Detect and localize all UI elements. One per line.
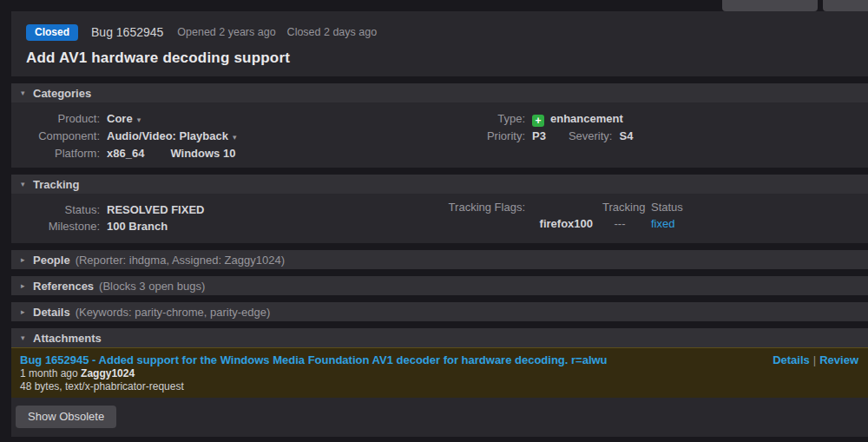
details-header[interactable]: ▸ Details (Keywords: parity-chrome, pari…	[11, 302, 868, 321]
severity-value: S4	[619, 129, 633, 143]
priority-label: Priority:	[425, 129, 525, 143]
page-title: Add AV1 hardware decoding support	[26, 49, 853, 67]
milestone-value: 100 Branch	[107, 220, 168, 234]
top-toolbar	[0, 0, 868, 11]
enhancement-icon: +	[532, 115, 544, 127]
attachments-label: Attachments	[33, 332, 102, 345]
show-obsolete-button[interactable]: Show Obsolete	[16, 406, 116, 428]
priority-severity-row: Priority: P3 Severity: S4	[425, 129, 633, 143]
tracking-flags-table: Tracking Flags: Tracking Status firefox1…	[425, 201, 755, 234]
people-summary: (Reporter: ihdgma, Assigned: Zaggy1024)	[76, 254, 285, 267]
platform-value: x86_64	[107, 147, 144, 161]
opened-timestamp: Opened 2 years ago	[177, 26, 275, 38]
bug-page: Closed Bug 1652945 Opened 2 years ago Cl…	[11, 11, 868, 437]
attachments-module: ▾ Attachments Bug 1652945 - Added suppor…	[11, 328, 868, 437]
flag-status-link[interactable]: fixed	[651, 217, 674, 230]
flag-name: firefox100	[425, 217, 593, 231]
chevron-down-icon: ▾	[233, 133, 237, 142]
os-value: Windows 10	[170, 147, 235, 161]
attachment-details-link[interactable]: Details	[773, 353, 810, 366]
type-row: Type: +enhancement	[425, 112, 633, 127]
closed-timestamp: Closed 2 days ago	[287, 26, 378, 38]
references-label: References	[33, 280, 94, 293]
platform-label: Platform:	[11, 147, 100, 161]
expand-icon: ▸	[21, 307, 33, 316]
type-label: Type:	[425, 112, 525, 127]
status-badge: Closed	[26, 24, 78, 41]
flag-tracking-value: ---	[602, 217, 637, 231]
attachment-age: 1 month ago	[20, 367, 78, 379]
references-header[interactable]: ▸ References (Blocks 3 open bugs)	[11, 276, 868, 295]
people-header[interactable]: ▸ People (Reporter: ihdgma, Assigned: Za…	[11, 250, 868, 269]
categories-module: ▾ Categories Product: Core▾ Component: A…	[11, 83, 868, 168]
tracking-flags-label: Tracking Flags:	[425, 201, 525, 214]
categories-header[interactable]: ▾ Categories	[11, 83, 868, 102]
details-summary: (Keywords: parity-chrome, parity-edge)	[76, 306, 271, 319]
expand-icon: ▸	[21, 255, 33, 264]
flags-status-column-header: Status	[651, 201, 683, 214]
bug-status-row: Closed Bug 1652945 Opened 2 years ago Cl…	[26, 23, 853, 42]
component-dropdown[interactable]: Audio/Video: Playback▾	[107, 129, 236, 144]
severity-label: Severity:	[569, 129, 613, 143]
bug-summary-header: Closed Bug 1652945 Opened 2 years ago Cl…	[11, 11, 868, 76]
attachment-review-link[interactable]: Review	[819, 353, 858, 366]
chevron-down-icon: ▾	[137, 115, 141, 124]
tracking-body: Status: RESOLVED FIXED Milestone: 100 Br…	[11, 194, 868, 243]
attachments-footer: Show Obsolete	[11, 398, 868, 437]
product-dropdown[interactable]: Core▾	[107, 112, 141, 127]
categories-body: Product: Core▾ Component: Audio/Video: P…	[11, 102, 868, 168]
tracking-header[interactable]: ▾ Tracking	[11, 175, 868, 194]
references-summary: (Blocks 3 open bugs)	[99, 280, 205, 293]
attachment-size-mime: 48 bytes, text/x-phabricator-request	[20, 380, 859, 393]
tracking-label: Tracking	[33, 178, 79, 191]
tracking-module: ▾ Tracking Status: RESOLVED FIXED Milest…	[11, 175, 868, 243]
milestone-label: Milestone:	[11, 220, 100, 234]
component-label: Component:	[11, 129, 100, 144]
expand-icon: ▸	[21, 281, 33, 290]
toolbar-button-right[interactable]	[823, 0, 868, 11]
priority-value: P3	[532, 129, 546, 143]
link-separator: |	[813, 353, 816, 366]
collapse-icon: ▾	[21, 333, 33, 342]
status-label: Status:	[11, 203, 100, 217]
attachment-author[interactable]: Zaggy1024	[81, 367, 135, 379]
categories-label: Categories	[33, 87, 91, 100]
type-value: +enhancement	[532, 112, 623, 127]
categories-right-column: Type: +enhancement Priority: P3 Severity…	[425, 109, 633, 146]
attachment-title-link[interactable]: Bug 1652945 - Added support for the Wind…	[20, 353, 608, 366]
collapse-icon: ▾	[21, 89, 33, 97]
flags-tracking-column-header: Tracking	[602, 201, 645, 214]
toolbar-button-left[interactable]	[722, 0, 818, 11]
attachments-header[interactable]: ▾ Attachments	[11, 328, 868, 347]
people-label: People	[33, 254, 70, 267]
product-label: Product:	[11, 112, 100, 127]
details-label: Details	[33, 306, 70, 319]
bug-id: Bug 1652945	[91, 25, 163, 39]
platform-row: Platform: x86_64 Windows 10	[11, 147, 868, 161]
status-value: RESOLVED FIXED	[107, 203, 204, 217]
collapse-icon: ▾	[21, 180, 33, 188]
attachment-row: Bug 1652945 - Added support for the Wind…	[11, 347, 868, 398]
